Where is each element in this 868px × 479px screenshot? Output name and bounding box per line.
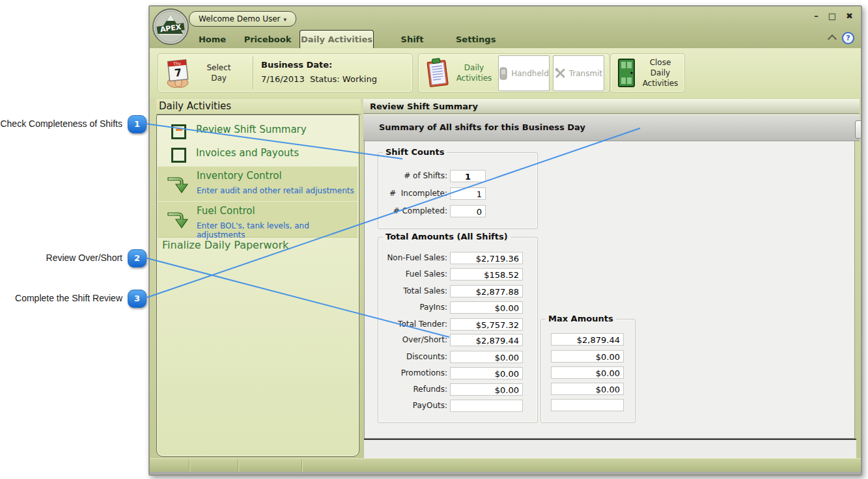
summary-bar: Summary of All shifts for this Business …	[363, 115, 860, 141]
total-sales-field[interactable]: $2,877.88	[450, 285, 523, 297]
help-icon[interactable]: ?	[842, 32, 854, 44]
collapse-ribbon-icon[interactable]	[828, 34, 837, 44]
daily-activities-label[interactable]: Daily Activities	[453, 62, 496, 83]
group-title: Shift Counts	[383, 147, 447, 157]
group-title: Max Amounts	[546, 314, 616, 323]
toolbar-group-activities: Daily Activities Handheld	[418, 53, 609, 92]
payins-field[interactable]: $0.00	[450, 301, 523, 314]
annotation-label-3: Complete the Shift Review	[0, 293, 122, 303]
field-label: Promotions:	[382, 367, 447, 379]
field-label: Refunds:	[382, 383, 447, 396]
field-label: # Incomplete:	[382, 187, 447, 200]
sidebar-item-invoices-payouts[interactable]: Invoices and Payouts	[157, 145, 359, 165]
select-day-button[interactable]: Thu 7	[165, 58, 193, 90]
refunds-field[interactable]: $0.00	[450, 383, 523, 396]
fuel-sales-field[interactable]: $158.52	[450, 268, 523, 281]
green-arrow-icon	[167, 174, 190, 195]
promotions-field[interactable]: $0.00	[450, 367, 523, 379]
sidebar-item-fuel-control[interactable]: Fuel Control Enter BOL's, tank levels, a…	[158, 201, 357, 238]
field-label: Total Sales:	[382, 285, 447, 297]
discounts-field[interactable]: $0.00	[450, 351, 523, 363]
daily-activities-button[interactable]	[424, 57, 451, 91]
select-day-label[interactable]: Select Day	[196, 62, 242, 83]
num-incomplete-field[interactable]: 1	[450, 187, 486, 200]
transmit-icon	[555, 68, 566, 79]
ribbon-corner-icons: ?	[829, 32, 854, 44]
field-label: Total Tender:	[382, 318, 447, 331]
field-label: # Completed:	[382, 205, 447, 217]
tab-daily-activities[interactable]: Daily Activities	[300, 30, 374, 48]
over-short-field[interactable]: $2,879.44	[450, 334, 523, 346]
sidebar-header: Daily Activities	[156, 99, 361, 115]
sidebar-panel: Review Shift Summary Invoices and Payout…	[156, 115, 359, 457]
ribbon-top: APEX Welcome Demo User▾ – □ ✖ Home Price…	[150, 7, 861, 48]
close-daily-button[interactable]	[617, 58, 636, 90]
tab-shift-paperwork[interactable]: Shift Paperwork	[378, 31, 447, 48]
annotation-badge-2: 2	[128, 249, 147, 267]
clipboard-icon	[424, 57, 451, 89]
statusbar-divider	[238, 459, 238, 472]
field-label: Over/Short:	[382, 334, 447, 346]
max-discounts-field[interactable]: $0.00	[551, 350, 624, 363]
chevron-down-icon: ▾	[284, 16, 287, 23]
field-label: Discounts:	[382, 351, 447, 363]
toolbar-group-close: Close Daily Activities	[610, 53, 685, 92]
content-bottom-strip	[364, 440, 856, 458]
screenshot-stage: APEX Welcome Demo User▾ – □ ✖ Home Price…	[0, 0, 868, 479]
annotation-label-1: Check Completeness of Shifts	[0, 118, 122, 129]
field-label: # of Shifts:	[382, 170, 447, 182]
business-date-label: Business Date:	[261, 60, 332, 70]
statusbar-divider	[189, 459, 189, 472]
group-shift-counts: Shift Counts # of Shifts: 1 # Incomplete…	[378, 152, 538, 229]
summary-title: Summary of All shifts for this Business …	[379, 122, 585, 132]
business-date-value: 7/16/2013 Status: Working	[261, 74, 377, 84]
page-title: Review Shift Summary	[363, 99, 860, 114]
group-title: Total Amounts (All Shifts)	[383, 232, 511, 241]
handheld-button[interactable]: Handheld	[498, 55, 550, 91]
max-refunds-field[interactable]: $0.00	[551, 383, 624, 395]
door-icon	[617, 58, 636, 88]
max-payouts-field[interactable]	[551, 399, 624, 411]
non-fuel-sales-field[interactable]: $2,719.36	[450, 252, 523, 264]
maximize-button[interactable]: □	[828, 12, 836, 21]
toolbar-divider	[253, 57, 253, 89]
annotation-label-2: Review Over/Short	[0, 253, 122, 263]
toolbar: Thu 7 Select Day Business Date: 7/16/201…	[150, 48, 861, 98]
window-frame-bottom	[150, 472, 861, 474]
group-max-amounts: Max Amounts $2,879.44 $0.00 $0.00 $0.00	[540, 319, 636, 423]
calendar-icon: Thu 7	[165, 58, 193, 88]
close-daily-label[interactable]: Close Daily Activities	[638, 57, 682, 89]
tab-home[interactable]: Home	[193, 31, 231, 48]
apex-logo-icon: APEX	[152, 8, 189, 46]
field-label: Fuel Sales:	[382, 268, 447, 281]
minimize-button[interactable]: –	[814, 12, 819, 21]
max-over-short-field[interactable]: $2,879.44	[551, 333, 624, 346]
checkbox-partial-icon	[171, 124, 186, 139]
shift-review-complete-button[interactable]: Shift Review Complete ✖	[855, 120, 862, 139]
toolbar-group-date: Thu 7 Select Day Business Date: 7/16/201…	[158, 53, 413, 92]
payouts-field[interactable]	[450, 400, 523, 412]
tab-pricebook[interactable]: Pricebook	[244, 31, 292, 48]
green-arrow-icon	[167, 210, 190, 230]
window-controls: – □ ✖	[814, 12, 853, 21]
num-completed-field[interactable]: 0	[450, 205, 486, 217]
app-window: APEX Welcome Demo User▾ – □ ✖ Home Price…	[148, 5, 862, 476]
max-promotions-field[interactable]: $0.00	[551, 366, 624, 379]
user-menu-button[interactable]: Welcome Demo User▾	[189, 11, 296, 27]
handheld-icon	[499, 67, 508, 80]
user-menu-label: Welcome Demo User	[199, 14, 281, 23]
sidebar-item-review-shift-summary[interactable]: Review Shift Summary	[157, 122, 359, 141]
annotation-badge-3: 3	[128, 290, 147, 308]
sidebar-item-inventory-control[interactable]: Inventory Control Enter audit and other …	[158, 166, 357, 202]
field-label: Non-Fuel Sales:	[382, 252, 447, 264]
total-tender-field[interactable]: $5,757.32	[450, 318, 523, 331]
tab-settings[interactable]: Settings	[456, 31, 495, 48]
svg-text:7: 7	[174, 66, 182, 79]
num-shifts-field[interactable]: 1	[450, 170, 486, 182]
sidebar-item-finalize-paperwork[interactable]: Finalize Daily Paperwork	[162, 239, 288, 251]
checkbox-empty-icon	[171, 148, 186, 163]
transmit-button[interactable]: Transmit	[553, 55, 604, 91]
statusbar-divider	[301, 459, 302, 472]
group-total-amounts: Total Amounts (All Shifts) Non-Fuel Sale…	[378, 237, 538, 423]
close-button[interactable]: ✖	[846, 12, 853, 21]
